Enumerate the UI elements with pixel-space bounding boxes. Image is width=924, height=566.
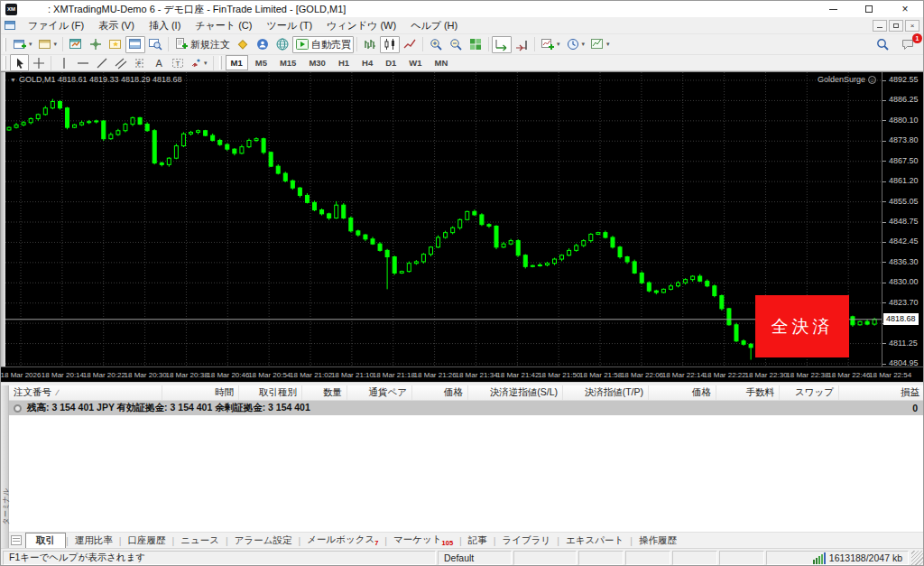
line-chart-button[interactable] (400, 36, 420, 53)
orders-column-6[interactable]: 価格 (412, 385, 468, 400)
profiles-button[interactable]: ▾ (35, 36, 60, 53)
timeframe-m15-button[interactable]: M15 (274, 55, 301, 70)
timeframe-w1-button[interactable]: W1 (403, 55, 427, 70)
notifications-button[interactable]: 1 (898, 36, 918, 53)
expert-smiley-icon[interactable]: ☺ (868, 76, 876, 84)
navigator-button[interactable] (106, 36, 125, 53)
chart-shift-button[interactable] (512, 36, 531, 53)
orders-column-2[interactable]: 時間 (162, 385, 239, 400)
menu-item-charts[interactable]: チャート (C) (188, 17, 259, 34)
terminal-side-grip[interactable]: ターミナル (1, 385, 9, 548)
tab-market[interactable]: マーケット105 (387, 533, 459, 548)
zoom-out-button[interactable] (446, 36, 466, 53)
orders-column-11[interactable]: スワップ (780, 385, 839, 400)
tab-articles[interactable]: 記事 (462, 534, 494, 548)
zoom-in-button[interactable] (426, 36, 446, 53)
horizontal-line-button[interactable] (73, 54, 92, 71)
close-button[interactable]: × (887, 1, 923, 17)
toolbar-separator (168, 37, 169, 51)
periods-button[interactable]: ▾ (563, 36, 588, 53)
tab-news[interactable]: ニュース (174, 534, 226, 548)
orders-column-7[interactable]: 決済逆指値(S/L) (468, 385, 563, 400)
templates-button[interactable]: ▾ (587, 36, 613, 53)
timeframe-m1-button[interactable]: M1 (226, 55, 248, 70)
timeframe-m30-button[interactable]: M30 (303, 55, 330, 70)
child-restore-button[interactable] (889, 20, 903, 32)
data-window-button[interactable] (86, 36, 106, 53)
crosshair-button[interactable] (29, 54, 48, 71)
candlestick-chart-button[interactable] (380, 36, 400, 53)
minimize-button[interactable] (815, 1, 851, 17)
timeframe-h4-button[interactable]: H4 (356, 55, 378, 70)
menu-item-window[interactable]: ウィンドウ (W) (319, 17, 403, 34)
child-close-button[interactable]: × (905, 20, 919, 32)
cursor-button[interactable] (10, 54, 29, 71)
market-watch-button[interactable] (66, 36, 86, 53)
price-axis[interactable]: 4892.554886.254880.104873.804867.504861.… (882, 72, 924, 367)
indicators-icon (541, 37, 555, 51)
tab-trade[interactable]: 取引 (25, 533, 66, 549)
orders-column-4[interactable]: 数量 (302, 385, 347, 400)
fibonacci-button[interactable]: F (130, 54, 149, 71)
resize-grip[interactable] (911, 551, 924, 565)
tile-windows-button[interactable] (466, 36, 485, 53)
timeframe-mn-button[interactable]: MN (430, 55, 454, 70)
equidistant-channel-button[interactable] (111, 54, 130, 71)
orders-column-8[interactable]: 決済指値(T/P) (563, 385, 649, 400)
web-button[interactable] (273, 36, 292, 53)
time-tick-label: 18 Mar 21:34 (455, 371, 496, 379)
tab-mailbox[interactable]: メールボックス7 (300, 533, 384, 548)
tab-library[interactable]: ライブラリ (496, 534, 558, 548)
terminal-button[interactable] (125, 36, 145, 53)
menu-item-insert[interactable]: 挿入 (I) (142, 17, 188, 34)
balance-profit: 0 (912, 403, 918, 413)
strategy-tester-button[interactable] (145, 36, 165, 53)
orders-column-5[interactable]: 通貨ペア (347, 385, 412, 400)
candlestick-plot[interactable] (5, 72, 882, 367)
tab-exposure[interactable]: 運用比率 (69, 534, 119, 548)
tab-experts[interactable]: エキスパート (559, 534, 630, 548)
timeframe-m5-button[interactable]: M5 (250, 55, 273, 70)
toolbar-gripper[interactable] (4, 56, 6, 70)
metaeditor-button[interactable] (233, 36, 253, 53)
statusbar-profile[interactable]: Default (438, 551, 512, 565)
indicators-button[interactable]: ▾ (538, 36, 563, 53)
menu-item-help[interactable]: ヘルプ (H) (403, 17, 465, 34)
toolbar-gripper[interactable] (4, 38, 6, 51)
chart-area[interactable]: ▼GOLD,M1 4818.61 4819.33 4818.29 4818.68… (1, 71, 924, 382)
time-axis[interactable]: 18 Mar 202618 Mar 20:1418 Mar 20:2218 Ma… (1, 367, 924, 383)
vertical-line-button[interactable] (54, 54, 73, 71)
orders-column-1[interactable]: 注文番号∕ (9, 385, 162, 400)
bar-chart-button[interactable] (360, 36, 380, 53)
child-minimize-button[interactable] (873, 20, 887, 32)
orders-column-9[interactable]: 価格 (649, 385, 716, 400)
orders-column-10[interactable]: 手数料 (716, 385, 780, 400)
menu-item-view[interactable]: 表示 (V) (91, 17, 142, 34)
text-button[interactable]: A (149, 54, 168, 71)
new-chart-button[interactable]: ▾ (10, 36, 35, 53)
orders-column-3[interactable]: 取引種別 (239, 385, 302, 400)
search-button[interactable] (873, 36, 892, 53)
new-order-label: 新規注文 (190, 38, 230, 51)
maximize-button[interactable] (851, 1, 887, 17)
tab-alerts[interactable]: アラーム設定 (228, 534, 299, 548)
auto-scroll-button[interactable] (492, 36, 512, 53)
new-order-button[interactable]: 新規注文 (171, 36, 233, 53)
tab-account-history[interactable]: 口座履歴 (121, 534, 171, 548)
community-button[interactable] (253, 36, 273, 53)
cursor-icon (14, 57, 26, 70)
orders-column-12[interactable]: 損益 (839, 385, 924, 400)
menu-item-file[interactable]: ファイル (F) (21, 17, 91, 34)
time-tick-label: 18 Mar 21:50 (538, 371, 579, 379)
autotrading-button[interactable]: 自動売買 (292, 36, 354, 53)
toolbar-gripper[interactable] (219, 56, 222, 70)
tab-journal[interactable]: 操作履歴 (633, 534, 683, 548)
timeframe-h1-button[interactable]: H1 (333, 55, 355, 70)
menu-item-tools[interactable]: ツール (T) (259, 17, 319, 34)
text-label-button[interactable]: T (168, 54, 187, 71)
chart-window-icon[interactable] (5, 21, 15, 30)
arrows-button[interactable]: ▾ (187, 54, 210, 71)
trend-line-button[interactable] (92, 54, 111, 71)
close-all-button[interactable]: 全決済 (755, 295, 849, 357)
timeframe-d1-button[interactable]: D1 (380, 55, 402, 70)
